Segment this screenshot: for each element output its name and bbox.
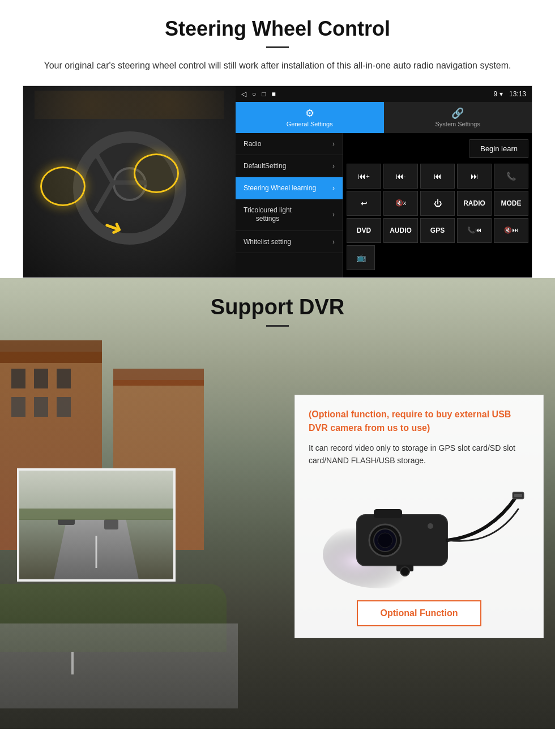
back-icon: ◁: [241, 90, 246, 98]
dvr-camera-image: [309, 478, 530, 591]
svg-rect-5: [374, 509, 402, 518]
home-icon: ○: [252, 90, 256, 98]
menu-default-label: DefaultSetting: [244, 162, 286, 170]
steering-photo: ➜: [23, 86, 236, 278]
recents-icon: □: [262, 90, 266, 98]
dvr-section: Support DVR (Optional function, require …: [0, 278, 555, 729]
svg-point-4: [378, 533, 392, 548]
menu-item-default[interactable]: DefaultSetting ›: [236, 155, 343, 177]
menu-steering-label: Steering Wheel learning: [244, 184, 316, 192]
steering-subtitle: Your original car's steering wheel contr…: [23, 58, 532, 73]
android-content: Radio › DefaultSetting › Steering Wheel …: [236, 133, 532, 277]
steering-title: Steering Wheel Control: [23, 17, 532, 41]
menu-item-steering-learning[interactable]: Steering Wheel learning ›: [236, 177, 343, 199]
menu-arrow-steering: ›: [332, 184, 335, 192]
menu-radio-label: Radio: [244, 140, 261, 148]
menu-arrow-default: ›: [332, 162, 335, 170]
call-btn[interactable]: 📞: [494, 164, 528, 189]
dvr-camera-svg: [311, 481, 527, 588]
controls-row-4: 📺: [347, 245, 528, 270]
steering-demo: ➜ ◁ ○ □ ■ 9 ▾ 13:13: [23, 86, 532, 278]
mode-btn[interactable]: MODE: [494, 191, 528, 216]
settings-icon: ⚙: [305, 107, 314, 119]
camera-btn[interactable]: 📺: [347, 245, 375, 270]
dvr-title-area: Support DVR: [0, 295, 555, 327]
tab-general-settings[interactable]: ⚙ General Settings: [236, 102, 384, 133]
vol-up-btn[interactable]: ⏮+: [347, 164, 381, 189]
gps-btn[interactable]: GPS: [420, 218, 455, 243]
steering-section: Steering Wheel Control Your original car…: [0, 0, 555, 278]
mute-next-btn[interactable]: 🔇⏭: [494, 218, 528, 243]
prev-btn[interactable]: ⏮: [420, 164, 455, 189]
dvr-divider: [266, 325, 289, 327]
android-statusbar: ◁ ○ □ ■ 9 ▾ 13:13: [236, 86, 532, 102]
controls-row-2: ↩ 🔇x ⏻ RADIO MODE: [347, 191, 528, 216]
dvr-content: Support DVR (Optional function, require …: [0, 278, 555, 729]
menu-tricoloured-label: Tricoloured lightsettings: [244, 206, 292, 224]
power-btn[interactable]: ⏻: [420, 191, 455, 216]
tab-system-settings[interactable]: 🔗 System Settings: [384, 102, 532, 133]
menu-arrow-radio: ›: [332, 140, 335, 148]
dvr-thumbnail: [17, 468, 176, 582]
android-tabs: ⚙ General Settings 🔗 System Settings: [236, 102, 532, 133]
vol-down-btn[interactable]: ⏮-: [383, 164, 418, 189]
hangup-btn[interactable]: ↩: [347, 191, 381, 216]
svg-point-6: [428, 523, 433, 529]
menu-arrow-tricoloured: ›: [332, 211, 335, 219]
call-prev-btn[interactable]: 📞⏮: [457, 218, 492, 243]
controls-row-1: ⏮+ ⏮- ⏮ ⏭ 📞: [347, 164, 528, 189]
audio-btn[interactable]: AUDIO: [383, 218, 418, 243]
left-highlight-circle: [40, 166, 86, 206]
tab-system-label: System Settings: [436, 121, 480, 127]
mute-btn[interactable]: 🔇x: [383, 191, 418, 216]
next-btn[interactable]: ⏭: [457, 164, 492, 189]
dvr-optional-text: (Optional function, require to buy exter…: [309, 408, 530, 435]
tab-general-label: General Settings: [287, 121, 333, 127]
controls-row-3: DVD AUDIO GPS 📞⏮ 🔇⏭: [347, 218, 528, 243]
steering-divider: [266, 46, 289, 48]
dvr-info-box: (Optional function, require to buy exter…: [294, 395, 544, 639]
system-icon: 🔗: [451, 107, 464, 119]
svg-rect-8: [514, 494, 522, 497]
dvr-optional-btn-container: Optional Function: [309, 600, 530, 626]
dvr-title: Support DVR: [0, 295, 555, 319]
statusbar-left: ◁ ○ □ ■: [241, 90, 276, 98]
menu-icon: ■: [272, 90, 276, 98]
optional-function-button[interactable]: Optional Function: [357, 600, 482, 626]
android-panel: ◁ ○ □ ■ 9 ▾ 13:13 ⚙ General Settings 🔗: [236, 86, 532, 277]
time-display: 13:13: [509, 90, 526, 98]
radio-btn[interactable]: RADIO: [457, 191, 492, 216]
controls-top-row: Begin learn: [347, 136, 528, 161]
dvd-btn[interactable]: DVD: [347, 218, 381, 243]
right-highlight-circle: [134, 153, 179, 193]
android-controls: Begin learn ⏮+ ⏮- ⏮ ⏭ 📞 ↩ 🔇x ⏻: [343, 133, 532, 277]
begin-learn-button[interactable]: Begin learn: [469, 139, 528, 158]
svg-point-10: [400, 567, 409, 576]
menu-item-whitelist[interactable]: Whitelist setting ›: [236, 231, 343, 253]
menu-item-tricoloured[interactable]: Tricoloured lightsettings ›: [236, 199, 343, 231]
dvr-info-desc: It can record video only to storage in G…: [309, 442, 530, 467]
menu-item-radio[interactable]: Radio ›: [236, 133, 343, 155]
menu-arrow-whitelist: ›: [332, 238, 335, 246]
android-menu: Radio › DefaultSetting › Steering Wheel …: [236, 133, 343, 277]
steering-bg: ➜: [23, 86, 236, 278]
menu-whitelist-label: Whitelist setting: [244, 238, 291, 246]
statusbar-right: 9 ▾ 13:13: [494, 90, 526, 98]
signal-icon: 9 ▾: [494, 90, 503, 98]
